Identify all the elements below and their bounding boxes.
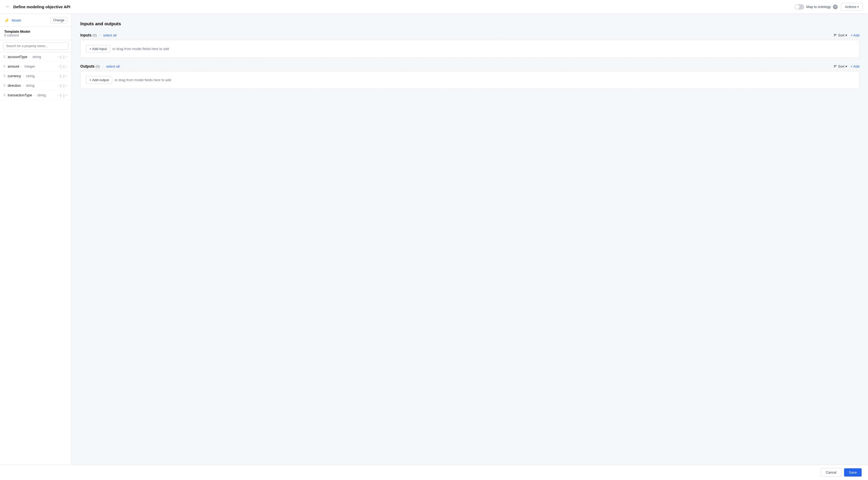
list-item: ⠿ accountType · string →] [→ — [0, 52, 71, 62]
sort-chevron-icon: ▾ — [845, 33, 847, 37]
list-item: ⠿ direction · string →] [→ — [0, 81, 71, 90]
header-right: Map to ontology ? Actions ▾ — [795, 3, 863, 11]
actions-label: Actions — [845, 5, 856, 9]
item-move-output-button[interactable]: [→ — [63, 83, 68, 88]
item-actions: →] [→ — [56, 93, 68, 98]
item-type: string — [32, 55, 41, 59]
drag-handle-icon[interactable]: ⠿ — [3, 84, 6, 88]
outputs-text: Outputs — [80, 64, 95, 68]
sidebar-model-header: ⚡ Model Change — [0, 14, 71, 27]
search-input[interactable] — [3, 42, 68, 50]
drag-handle-icon[interactable]: ⠿ — [3, 93, 6, 97]
page-title: Define modeling objective API — [13, 4, 70, 9]
sidebar-search — [0, 40, 71, 52]
item-move-input-button[interactable]: →] — [56, 54, 62, 59]
item-actions: →] [→ — [56, 73, 68, 79]
outputs-header-right: Sort ▾ + Add — [833, 64, 860, 68]
template-name: Template Model — [4, 30, 67, 33]
sort-chevron-icon: ▾ — [845, 64, 847, 68]
main-layout: ⚡ Model Change Template Model 5 columns … — [0, 14, 868, 464]
outputs-drag-placeholder: or drag from model fields here to add — [114, 78, 171, 82]
drag-handle-icon[interactable]: ⠿ — [3, 55, 6, 59]
sidebar-items: ⠿ accountType · string →] [→ ⠿ amount · … — [0, 52, 71, 464]
inputs-drop-zone: + Add input or drag from model fields he… — [80, 40, 860, 58]
inputs-add-button[interactable]: + Add — [850, 33, 860, 37]
toggle-knob — [795, 5, 799, 9]
item-type: string — [26, 74, 35, 78]
outputs-label: Outputs (0) — [80, 64, 100, 68]
actions-button[interactable]: Actions ▾ — [841, 3, 863, 11]
item-move-output-button[interactable]: [→ — [63, 64, 68, 69]
inputs-text: Inputs — [80, 33, 91, 37]
inputs-drag-placeholder: or drag from model fields here to add — [112, 47, 169, 51]
outputs-count: (0) — [96, 64, 100, 68]
map-ontology-label: Map to ontology — [806, 5, 831, 9]
header-left: ← Define modeling objective API — [5, 4, 70, 9]
section-title: Inputs and outputs — [80, 21, 860, 27]
cancel-button[interactable]: Cancel — [821, 468, 841, 477]
toggle-switch[interactable] — [795, 4, 804, 9]
inputs-header-left: Inputs (0) · select all — [80, 33, 117, 37]
template-sub: 5 columns — [4, 33, 67, 37]
sort-icon — [833, 33, 837, 37]
back-button[interactable]: ← — [5, 4, 10, 9]
item-move-output-button[interactable]: [→ — [63, 93, 68, 98]
item-type: integer — [25, 64, 35, 68]
item-move-output-button[interactable]: [→ — [63, 54, 68, 59]
list-item: ⠿ transactionType · string →] [→ — [0, 90, 71, 100]
chevron-down-icon: ▾ — [857, 5, 859, 8]
sidebar-template-header: Template Model 5 columns — [0, 27, 71, 40]
save-button[interactable]: Save — [844, 468, 862, 477]
list-item: ⠿ amount · integer →] [→ — [0, 62, 71, 71]
item-name: direction — [8, 84, 21, 88]
header: ← Define modeling objective API Map to o… — [0, 0, 868, 14]
outputs-header-left: Outputs (0) · select all — [80, 64, 120, 68]
change-button[interactable]: Change — [50, 17, 67, 23]
item-move-input-button[interactable]: →] — [56, 83, 62, 88]
item-move-output-button[interactable]: [→ — [63, 73, 68, 79]
drag-handle-icon[interactable]: ⠿ — [3, 74, 6, 78]
inputs-header-right: Sort ▾ + Add — [833, 33, 860, 37]
sidebar-model-name[interactable]: Model — [12, 18, 21, 22]
add-output-button[interactable]: + Add output — [86, 76, 112, 84]
outputs-sort-button[interactable]: Sort ▾ — [833, 64, 847, 68]
item-name: accountType — [8, 55, 27, 59]
back-icon: ← — [5, 4, 10, 9]
inputs-sort-label: Sort — [838, 33, 845, 37]
item-name: transactionType — [8, 93, 32, 97]
outputs-drop-zone: + Add output or drag from model fields h… — [80, 71, 860, 89]
list-item: ⠿ currency · string →] [→ — [0, 71, 71, 81]
sidebar: ⚡ Model Change Template Model 5 columns … — [0, 14, 72, 464]
drag-handle-icon[interactable]: ⠿ — [3, 65, 6, 68]
item-name: currency — [8, 74, 21, 78]
item-move-input-button[interactable]: →] — [56, 93, 62, 98]
item-actions: →] [→ — [56, 83, 68, 88]
item-type: string — [37, 93, 46, 97]
model-icon: ⚡ — [4, 18, 9, 23]
outputs-section: Outputs (0) · select all Sort ▾ — [80, 64, 860, 89]
outputs-select-all[interactable]: select all — [106, 64, 120, 68]
item-actions: →] [→ — [56, 54, 68, 59]
item-actions: →] [→ — [56, 64, 68, 69]
item-move-input-button[interactable]: →] — [56, 64, 62, 69]
inputs-section: Inputs (0) · select all Sort ▾ — [80, 33, 860, 58]
add-input-button[interactable]: + Add input — [86, 45, 110, 53]
inputs-label: Inputs (0) — [80, 33, 97, 37]
inputs-sort-button[interactable]: Sort ▾ — [833, 33, 847, 37]
help-icon[interactable]: ? — [833, 4, 838, 9]
inputs-select-all[interactable]: select all — [103, 33, 117, 37]
footer: Cancel Save — [0, 464, 868, 480]
inputs-header: Inputs (0) · select all Sort ▾ — [80, 33, 860, 37]
item-name: amount — [8, 64, 19, 68]
map-ontology-toggle[interactable]: Map to ontology ? — [795, 4, 838, 9]
item-move-input-button[interactable]: →] — [56, 73, 62, 79]
outputs-add-button[interactable]: + Add — [850, 64, 860, 68]
outputs-header: Outputs (0) · select all Sort ▾ — [80, 64, 860, 68]
sort-icon — [833, 64, 837, 68]
inputs-count: (0) — [93, 33, 97, 37]
content-area: Inputs and outputs Inputs (0) · select a… — [72, 14, 868, 464]
item-type: string — [26, 84, 35, 88]
outputs-sort-label: Sort — [838, 64, 845, 68]
